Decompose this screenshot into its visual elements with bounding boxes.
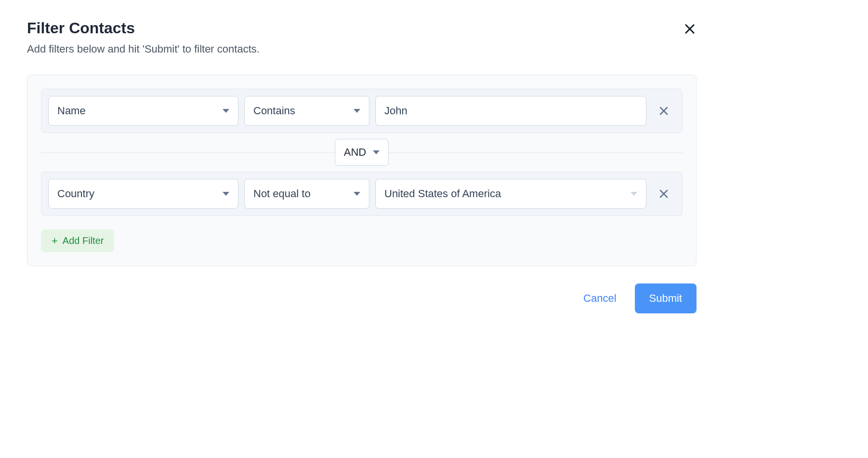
- chevron-down-icon: [223, 192, 229, 196]
- filter-field-value: Country: [57, 188, 94, 200]
- logic-divider: AND: [41, 133, 683, 172]
- remove-filter-button[interactable]: [652, 99, 675, 122]
- chevron-down-icon: [354, 109, 360, 113]
- chevron-down-icon: [373, 150, 380, 154]
- plus-icon: +: [52, 236, 58, 246]
- filter-contacts-modal: Filter Contacts Add filters below and hi…: [0, 0, 723, 335]
- logic-operator-value: AND: [344, 146, 366, 159]
- filter-operator-value: Not equal to: [253, 188, 311, 200]
- filter-row: Country Not equal to United States of Am…: [41, 172, 683, 216]
- filter-field-select[interactable]: Name: [48, 96, 238, 126]
- remove-filter-button[interactable]: [652, 182, 675, 205]
- chevron-down-icon: [354, 192, 360, 196]
- add-filter-button[interactable]: + Add Filter: [41, 229, 114, 252]
- close-icon: [658, 105, 670, 117]
- close-icon: [683, 22, 697, 36]
- filter-operator-select[interactable]: Not equal to: [244, 179, 369, 209]
- close-icon: [658, 188, 670, 200]
- submit-button[interactable]: Submit: [635, 283, 697, 313]
- modal-footer: Cancel Submit: [27, 283, 697, 313]
- filter-field-select[interactable]: Country: [48, 179, 238, 209]
- close-button[interactable]: [679, 18, 700, 40]
- filters-panel: Name Contains AND: [27, 75, 697, 266]
- filter-field-value: Name: [57, 105, 86, 117]
- filter-operator-value: Contains: [253, 105, 295, 117]
- chevron-down-icon: [631, 192, 637, 196]
- chevron-down-icon: [223, 109, 229, 113]
- filter-value-input[interactable]: [375, 96, 646, 126]
- filter-value-text: United States of America: [384, 188, 501, 200]
- modal-title: Filter Contacts: [27, 19, 697, 37]
- modal-header: Filter Contacts Add filters below and hi…: [27, 19, 697, 55]
- filter-row: Name Contains: [41, 89, 683, 133]
- logic-operator-select[interactable]: AND: [335, 139, 389, 166]
- modal-subtitle: Add filters below and hit 'Submit' to fi…: [27, 43, 697, 55]
- cancel-button[interactable]: Cancel: [579, 285, 621, 311]
- add-filter-label: Add Filter: [63, 235, 104, 246]
- filter-operator-select[interactable]: Contains: [244, 96, 369, 126]
- filter-value-select[interactable]: United States of America: [375, 179, 646, 209]
